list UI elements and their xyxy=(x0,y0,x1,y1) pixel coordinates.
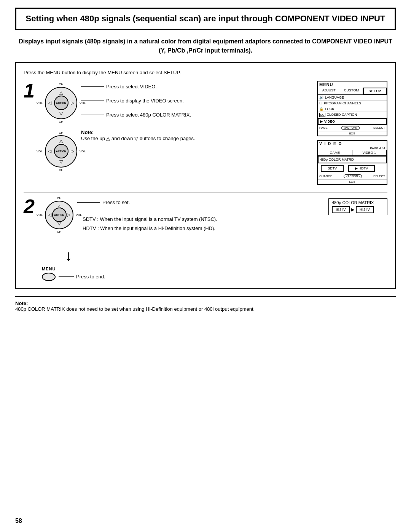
remote3-vol-left: VOL xyxy=(37,213,43,217)
remote-2: CH △ ▽ ◁ ▷ ACTION CH VOL VOL xyxy=(45,131,77,172)
video-page-info: PAGE 4 / 4 xyxy=(318,147,387,150)
main-title: Setting when 480p signals (sequential sc… xyxy=(15,8,396,30)
step1-line3-text: Press to select 480p COLOR MATRIX. xyxy=(106,112,191,118)
remote2-ch-top: CH xyxy=(45,131,77,134)
menu-item-video: ▶ VIDEO xyxy=(318,118,387,125)
remote1-action: ACTION xyxy=(54,96,68,110)
step2-press-set: Press to set. xyxy=(77,200,321,205)
video-tabs: GAME VIDEO 1 xyxy=(318,150,387,156)
remote1-arrow-right: ▷ xyxy=(71,100,74,105)
video-action-btn: ◁ACTION▷ xyxy=(344,174,362,178)
bottom-note-label: Note: xyxy=(15,300,28,306)
step1-number: 1 xyxy=(24,81,39,101)
video-icon: ▶ xyxy=(320,120,323,123)
remote1-ch-bottom: CH xyxy=(45,120,77,123)
menu-nav-row: PAGE ◁ACTION▷ SELECT xyxy=(318,125,387,131)
menu-item-video-label: VIDEO xyxy=(324,120,335,123)
menu-tab-adjust: ADJUST xyxy=(318,88,340,94)
menu-screen-title: MENU xyxy=(318,81,387,88)
video-screen: V I D E O PAGE 4 / 4 GAME VIDEO 1 480p C… xyxy=(317,140,387,185)
remote1-arrow-up: △ xyxy=(59,90,63,95)
connector1 xyxy=(81,86,104,87)
video-sub-items: SDTV ▶ HDTV xyxy=(318,163,387,173)
menu-item-closed-caption: CC CLOSED CAPTION xyxy=(318,112,387,118)
video-tab-video1: VIDEO 1 xyxy=(352,150,387,155)
step2-lines: Press to set. SDTV : When the input sign… xyxy=(77,197,321,232)
remote1-ch-top: CH xyxy=(45,83,77,86)
menu-tab-custom: CUSTOM xyxy=(340,88,363,94)
video-sub-sdtv: SDTV xyxy=(321,165,344,172)
page-number: 58 xyxy=(15,518,22,524)
program-channels-icon: ☐ xyxy=(319,101,322,105)
video-screen-title: V I D E O xyxy=(318,141,387,147)
connector4 xyxy=(77,202,100,203)
step2-press-set-text: Press to set. xyxy=(102,200,130,205)
right-screens: MENU ADJUST CUSTOM SET UP 🔊 LANGUAGE ☐ xyxy=(313,81,387,185)
remote1-vol-left: VOL xyxy=(37,101,43,105)
step2-row: 2 CH △ ▽ ◁ ▷ ACTION CH VOL VOL xyxy=(24,197,387,241)
step1-remotes: CH △ ▽ ◁ ▷ ACTION CH VOL VOL xyxy=(45,81,77,179)
remote1-outer: △ ▽ ◁ ▷ ACTION xyxy=(45,87,77,119)
step1-line2: Press to display the VIDEO screen. xyxy=(81,98,309,104)
press-end-text: Press to end. xyxy=(76,274,105,280)
down-arrow-icon: ↓ xyxy=(65,247,387,264)
menu-item-language-label: LANGUAGE xyxy=(325,96,344,99)
step1-note-label: Note: xyxy=(81,129,94,135)
video-exit-label: EXIT xyxy=(318,179,387,184)
step1-line3: Press to select 480p COLOR MATRIX. xyxy=(81,112,309,118)
video-tab-game: GAME xyxy=(318,150,352,155)
arrow-selection: ▶ xyxy=(351,207,354,212)
remote2-vol-right: VOL xyxy=(80,150,86,153)
bottom-note: Note: 480p COLOR MATRIX does not need to… xyxy=(15,296,396,312)
step2-sdtv-text: SDTV : When the input signal is a normal… xyxy=(83,214,321,223)
menu-item-lock-label: LOCK xyxy=(325,107,335,111)
remote3-ch-bottom: CH xyxy=(45,230,73,233)
instruction-box: Press the MENU button to display the MEN… xyxy=(15,62,396,289)
step1-line1: Press to select VIDEO. xyxy=(81,84,309,89)
menu-tab-setup: SET UP xyxy=(363,88,387,94)
subtitle: Displays input signals (480p signals) in… xyxy=(15,37,396,55)
remote2-arrow-left: ◁ xyxy=(48,149,51,154)
step2-content: CH △ ▽ ◁ ▷ ACTION CH VOL VOL xyxy=(45,197,387,241)
step1-note-text: Use the up △ and down ▽ buttons to chang… xyxy=(81,136,195,141)
menu-page-label: PAGE xyxy=(319,126,328,129)
video-item-480p: 480p COLOR MATRIX xyxy=(318,156,387,163)
color-matrix-box: 480p COLOR MATRIX SDTV ▶ HDTV xyxy=(328,198,387,215)
menu-item-program-channels: ☐ PROGRAM CHANNELS xyxy=(318,101,387,106)
remote3-arrow-right: ▷ xyxy=(67,212,70,217)
menu-item-program-channels-label: PROGRAM CHANNELS xyxy=(324,101,361,105)
step1-line2-text: Press to display the VIDEO screen. xyxy=(106,98,184,104)
hdtv-selection: HDTV xyxy=(356,206,374,213)
color-matrix-label: 480p COLOR MATRIX xyxy=(332,200,384,205)
menu-item-language: 🔊 LANGUAGE xyxy=(318,95,387,101)
step1-note: Note: Use the up △ and down ▽ buttons to… xyxy=(81,129,309,141)
press-end-section: Press to end. xyxy=(42,273,387,281)
remote2-action: ACTION xyxy=(54,144,68,158)
step1-desc: Press the MENU button to display the MEN… xyxy=(24,70,387,75)
remote2-vol-left: VOL xyxy=(37,150,43,153)
language-icon: 🔊 xyxy=(319,96,323,99)
remote2-arrow-down: ▽ xyxy=(59,159,63,165)
connector2 xyxy=(81,101,104,101)
menu-screen: MENU ADJUST CUSTOM SET UP 🔊 LANGUAGE ☐ xyxy=(317,81,387,136)
remote2-ch-bottom: CH xyxy=(45,168,77,172)
step-divider xyxy=(24,192,387,193)
video-sub-hdtv: ▶ HDTV xyxy=(348,165,375,172)
video-change-label: CHANGE xyxy=(319,174,332,178)
remote2-arrow-right: ▷ xyxy=(71,149,74,154)
down-arrow-section: ↓ xyxy=(46,247,387,264)
lock-icon: 🔒 xyxy=(319,107,323,111)
color-matrix-selection: SDTV ▶ HDTV xyxy=(332,206,384,213)
bottom-note-text: 480p COLOR MATRIX does not need to be se… xyxy=(15,306,255,312)
remote2-outer: △ ▽ ◁ ▷ ACTION xyxy=(45,135,77,168)
remote2-arrow-up: △ xyxy=(59,138,63,144)
menu-select-label: SELECT xyxy=(373,126,385,129)
remote1-arrow-down: ▽ xyxy=(59,111,63,116)
step1-instructions: Press to select VIDEO. Press to display … xyxy=(81,81,309,141)
video-nav-row: CHANGE ◁ACTION▷ SELECT xyxy=(318,173,387,179)
remote1-vol-right: VOL xyxy=(80,101,86,105)
step1-line1-text: Press to select VIDEO. xyxy=(106,84,157,89)
step2-hdtv-text: HDTV : When the input signal is a Hi-Def… xyxy=(83,223,321,232)
connector3 xyxy=(81,115,104,115)
cc-icon: CC xyxy=(319,113,325,117)
